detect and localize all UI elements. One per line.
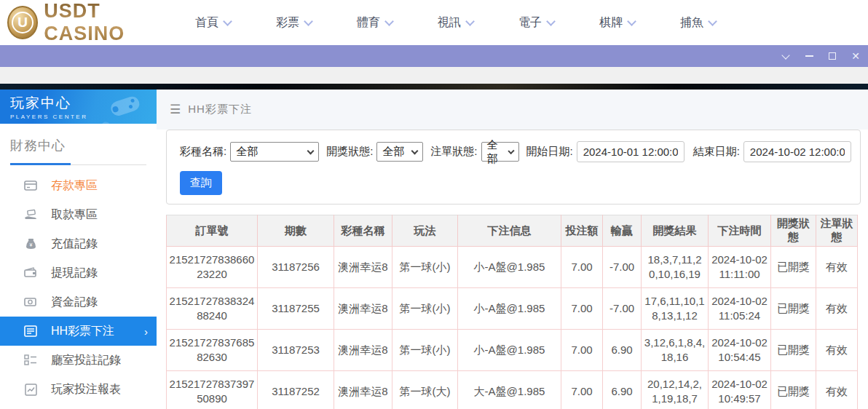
end-date-label: 結束日期:: [693, 145, 740, 159]
sidebar-item[interactable]: 取款專區: [0, 200, 157, 229]
table-header-cell: 彩種名稱: [334, 215, 392, 247]
table-head: 訂單號期數彩種名稱玩法下注信息投注額輸贏開獎結果下注時間開獎狀態注單狀態: [167, 215, 858, 247]
table-cell: 第一球(小): [392, 247, 458, 288]
restore-down-button[interactable]: [775, 45, 797, 67]
sidebar-item[interactable]: HH彩票下注›: [0, 317, 157, 346]
chevron-down-icon: [627, 17, 636, 26]
sidebar-header: 玩家中心 PLAYERS CENTER: [0, 90, 157, 124]
svg-text:¥: ¥: [29, 242, 32, 247]
nav-item[interactable]: 電子: [518, 15, 554, 31]
top-header: U USDT CASINO 首頁彩票體育視訊電子棋牌捕魚: [0, 0, 868, 45]
table-cell: -7.00: [603, 247, 642, 288]
table-row: 215217278376858263031187253澳洲幸运8第一球(小)小-…: [167, 330, 858, 371]
table-header-cell: 玩法: [392, 215, 458, 247]
table-cell: 2152172783832488240: [167, 288, 258, 330]
table-header-row: 訂單號期數彩種名稱玩法下注信息投注額輸贏開獎結果下注時間開獎狀態注單狀態: [167, 215, 858, 247]
logo-letter: U: [12, 12, 33, 33]
nav-item[interactable]: 首頁: [195, 15, 231, 31]
nav-item[interactable]: 視訊: [438, 15, 473, 31]
table-cell: -7.00: [603, 288, 642, 330]
nav-label: 彩票: [276, 15, 299, 31]
table-cell: 2152172783866023220: [167, 247, 258, 288]
minimize-icon: [805, 55, 813, 57]
table-header-cell: 期數: [258, 215, 334, 247]
sidebar-item-label: 提現記錄: [51, 266, 98, 281]
table-header-cell: 開獎狀態: [771, 215, 816, 247]
draw-status-label: 開獎狀態:: [326, 145, 373, 159]
chevron-down-icon: [304, 17, 313, 26]
chevron-down-icon: [307, 147, 315, 154]
bets-table: 訂單號期數彩種名稱玩法下注信息投注額輸贏開獎結果下注時間開獎狀態注單狀態 215…: [166, 215, 858, 409]
table-cell: 第一球(大): [392, 371, 458, 409]
table-cell: 7.00: [561, 330, 603, 371]
sidebar-item[interactable]: 資金記錄: [0, 287, 157, 317]
table-header-cell: 開獎結果: [642, 215, 709, 247]
maximize-button[interactable]: [821, 45, 843, 67]
chevron-down-icon: [708, 17, 717, 26]
table-cell: 2152172783768582630: [167, 330, 258, 371]
lottery-name-select[interactable]: 全部: [230, 142, 319, 162]
sidebar-item[interactable]: 廳室投註記錄: [0, 346, 157, 375]
table-row: 215217278383248824031187255澳洲幸运8第一球(小)小-…: [167, 288, 858, 330]
table-header-cell: 輸贏: [603, 215, 642, 247]
chevron-down-icon: [411, 147, 419, 154]
nav-label: 電子: [518, 15, 542, 31]
table-header-cell: 訂單號: [167, 215, 258, 247]
table-cell: 已開獎: [771, 288, 816, 330]
table-cell: 有效: [816, 247, 858, 288]
table-cell: 2024-10-02 11:05:24: [709, 288, 771, 330]
nav-item[interactable]: 棋牌: [599, 15, 635, 31]
main-area: ☰ HH彩票下注 彩種名稱: 全部 開獎狀態: 全部 注單狀態: 全部: [157, 90, 868, 409]
table-cell: 6.90: [603, 371, 642, 409]
nav-item[interactable]: 捕魚: [680, 15, 716, 31]
sidebar-item[interactable]: 玩家投注報表: [0, 375, 157, 404]
close-button[interactable]: ✕: [845, 45, 867, 67]
table-cell: 大-A盤@1.985: [458, 371, 561, 409]
table-header-cell: 下注時間: [709, 215, 771, 247]
table-cell: 2152172783739750890: [167, 371, 258, 409]
table-cell: 7.00: [561, 371, 603, 409]
order-status-select[interactable]: 全部: [481, 142, 519, 162]
table-cell: 已開獎: [771, 371, 816, 409]
chevron-down-icon: [384, 17, 394, 26]
chevron-down-icon: [223, 17, 232, 26]
table-row: 215217278386602322031187256澳洲幸运8第一球(小)小-…: [167, 247, 858, 288]
nav-label: 視訊: [438, 15, 461, 31]
menu-icon[interactable]: ☰: [170, 102, 181, 117]
table-cell: 有效: [816, 330, 858, 371]
withdraw-icon: [23, 207, 38, 222]
table-cell: 第一球(小): [392, 288, 458, 330]
nav-item[interactable]: 體育: [357, 15, 392, 31]
table-cell: 有效: [816, 371, 858, 409]
table-cell: 2024-10-02 10:54:45: [709, 330, 771, 371]
start-date-input[interactable]: [577, 141, 684, 162]
gray-strip: [0, 67, 868, 84]
start-date-label: 開始日期:: [526, 145, 573, 159]
close-icon: ✕: [851, 51, 860, 61]
table-cell: 6.90: [603, 330, 642, 371]
table-cell: 31187256: [258, 247, 334, 288]
recharge-record-icon: ¥: [23, 237, 38, 251]
content-layout: 玩家中心 PLAYERS CENTER 財務中心 存款專區取款專區¥充值記錄提現…: [0, 90, 868, 409]
sidebar-item[interactable]: ¥充值記錄: [0, 229, 157, 258]
table-cell: 小-A盤@1.985: [458, 330, 561, 371]
chevron-down-icon: [781, 51, 789, 59]
sidebar-item-label: 資金記錄: [51, 295, 98, 310]
query-button[interactable]: 查詢: [180, 171, 222, 195]
table-body: 215217278386602322031187256澳洲幸运8第一球(小)小-…: [167, 247, 858, 409]
sidebar-item[interactable]: 提現記錄: [0, 258, 157, 287]
sidebar-item[interactable]: 存款專區: [0, 171, 157, 200]
funds-record-icon: [23, 295, 38, 309]
logo[interactable]: U USDT CASINO: [7, 0, 175, 45]
table-cell: 小-A盤@1.985: [458, 288, 561, 330]
table-cell: 澳洲幸运8: [334, 330, 392, 371]
page-titlebar: ☰ HH彩票下注: [157, 90, 868, 130]
minimize-button[interactable]: [798, 45, 820, 67]
draw-status-select[interactable]: 全部: [376, 142, 423, 162]
cashout-record-icon: [23, 266, 38, 280]
table-cell: 31187253: [258, 330, 334, 371]
nav-item[interactable]: 彩票: [276, 15, 312, 31]
end-date-input[interactable]: [743, 141, 851, 162]
sidebar-menu: 存款專區取款專區¥充值記錄提現記錄資金記錄HH彩票下注›廳室投註記錄玩家投注報表: [0, 171, 157, 404]
table-cell: 31187255: [258, 288, 334, 330]
